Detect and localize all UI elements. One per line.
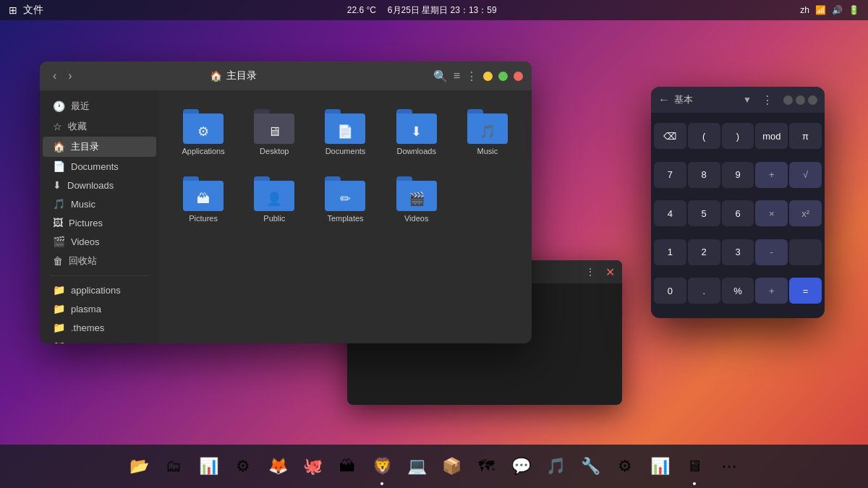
calc-btn-0[interactable]: 0: [654, 278, 686, 304]
sidebar-label-github: GitHub: [71, 341, 100, 344]
sidebar-divider: [50, 275, 149, 276]
sidebar-item-applications[interactable]: 📁 applications: [43, 281, 156, 299]
calc-btn-pi[interactable]: π: [789, 123, 822, 149]
window-body: 🕐 最近 ☆ 收藏 🏠 主目录 📄 Documents ⬇ Downl: [40, 90, 532, 343]
sidebar-item-themes[interactable]: 📁 .themes: [43, 318, 156, 337]
calc-btn-backspace[interactable]: ⌫: [654, 123, 686, 149]
calc-btn-5[interactable]: 5: [688, 200, 720, 226]
view-icon[interactable]: ≡: [454, 69, 460, 82]
maximize-button[interactable]: [498, 72, 508, 81]
taskbar-item-files[interactable]: 📂: [123, 450, 155, 482]
minimize-button[interactable]: [483, 72, 493, 81]
file-item-music[interactable]: 🎵 Music: [455, 102, 520, 163]
taskbar-item-tools[interactable]: 🔧: [574, 450, 606, 482]
sidebar-item-recent[interactable]: 🕐 最近: [43, 96, 156, 116]
sidebar-label-documents: Documents: [71, 161, 119, 172]
taskbar-item-github[interactable]: 🐙: [297, 450, 328, 482]
volume-icon[interactable]: 🔊: [832, 5, 843, 15]
sidebar-item-trash[interactable]: 🗑 回收站: [43, 251, 156, 271]
menu-icon[interactable]: ⋮: [466, 69, 477, 83]
calc-back-icon[interactable]: ←: [658, 93, 670, 106]
sidebar-item-plasma[interactable]: 📁 plasma: [43, 299, 156, 318]
calc-btn-8[interactable]: 8: [688, 162, 720, 188]
file-item-desktop[interactable]: 🖥 Desktop: [242, 102, 307, 163]
calc-minimize-btn[interactable]: [783, 95, 793, 105]
search-icon[interactable]: 🔍: [433, 69, 448, 83]
taskbar-item-music[interactable]: 🎵: [540, 450, 571, 482]
taskbar-item-settings2[interactable]: ⚙: [609, 450, 641, 482]
sidebar-item-home[interactable]: 🏠 主目录: [43, 137, 156, 157]
sidebar-label-downloads: Downloads: [67, 180, 114, 191]
calc-btn-7[interactable]: 7: [654, 162, 686, 188]
file-item-videos[interactable]: 🎬 Videos: [384, 169, 449, 231]
calc-btn-6[interactable]: 6: [722, 200, 754, 226]
file-grid: ⚙ Applications 🖥 Desktop 📄: [159, 90, 532, 343]
battery-icon[interactable]: 🔋: [848, 5, 859, 15]
calc-maximize-btn[interactable]: [796, 95, 805, 105]
calc-btn-mod[interactable]: mod: [755, 123, 788, 149]
close-button[interactable]: [514, 72, 523, 81]
terminal-menu-icon[interactable]: ⋮: [585, 266, 595, 278]
taskbar-item-maps[interactable]: 🗺: [470, 450, 502, 482]
calc-dropdown-icon[interactable]: ▼: [743, 95, 752, 105]
calc-btn-plus-bottom[interactable]: +: [755, 278, 788, 304]
calc-btn-9[interactable]: 9: [722, 162, 754, 188]
calc-btn-minus[interactable]: -: [755, 239, 788, 265]
calc-btn-multiply[interactable]: ×: [755, 200, 788, 226]
sidebar-item-pictures[interactable]: 🖼 Pictures: [43, 213, 156, 232]
taskbar-item-terminal[interactable]: 🖥: [678, 450, 710, 482]
file-item-applications[interactable]: ⚙ Applications: [171, 102, 236, 163]
file-item-public[interactable]: 👤 Public: [242, 169, 307, 231]
calc-btn-4[interactable]: 4: [654, 200, 686, 226]
taskbar-item-krita[interactable]: 📦: [435, 450, 467, 482]
calc-btn-square[interactable]: x²: [789, 200, 822, 226]
calc-btn-dot[interactable]: .: [688, 278, 720, 304]
taskbar-item-spreadsheet[interactable]: 📊: [644, 450, 676, 482]
calc-btn-3[interactable]: 3: [722, 239, 754, 265]
calc-menu-icon[interactable]: ⋮: [762, 93, 773, 107]
calc-btn-percent[interactable]: %: [722, 278, 754, 304]
temperature: 22.6 °C: [347, 5, 376, 15]
terminal-close-icon[interactable]: ✕: [605, 265, 615, 279]
calc-btn-plus-top[interactable]: +: [755, 162, 788, 188]
calc-btn-1[interactable]: 1: [654, 239, 686, 265]
lang-indicator[interactable]: zh: [800, 5, 809, 15]
taskbar-item-settings[interactable]: ⚙: [227, 450, 259, 482]
file-item-documents[interactable]: 📄 Documents: [312, 102, 378, 163]
taskbar-item-monitor[interactable]: 📊: [192, 450, 224, 482]
sidebar-item-github[interactable]: 📁 GitHub: [43, 337, 156, 343]
calc-btn-close-paren[interactable]: ): [722, 123, 754, 149]
sidebar-item-music[interactable]: 🎵 Music: [43, 194, 156, 213]
file-label-videos2: Videos: [404, 214, 428, 223]
sidebar-section-main: 🕐 最近 ☆ 收藏 🏠 主目录 📄 Documents ⬇ Downl: [40, 96, 159, 271]
calc-btn-open-paren[interactable]: (: [688, 123, 720, 149]
file-item-templates[interactable]: ✏ Templates: [312, 169, 378, 231]
sidebar-item-videos[interactable]: 🎬 Videos: [43, 232, 156, 251]
taskbar-item-discover[interactable]: 🦊: [262, 450, 294, 482]
sidebar-label-recent: 最近: [71, 100, 90, 113]
taskbar-item-archive[interactable]: 🗂: [158, 450, 190, 482]
sidebar-item-documents[interactable]: 📄 Documents: [43, 157, 156, 176]
sidebar-item-favorites[interactable]: ☆ 收藏: [43, 116, 156, 137]
taskbar-item-slack[interactable]: 💬: [505, 450, 537, 482]
calc-btn-sqrt[interactable]: √: [789, 162, 822, 188]
taskbar-item-firefox[interactable]: 🦁: [366, 450, 398, 482]
sidebar-item-downloads[interactable]: ⬇ Downloads: [43, 176, 156, 194]
topbar-center: 22.6 °C 6月25日 星期日 23：13：59: [347, 4, 497, 17]
calc-close-btn[interactable]: [808, 95, 817, 105]
sidebar-label-plasma: plasma: [71, 304, 101, 314]
calc-btn-2[interactable]: 2: [688, 239, 720, 265]
calc-btn-equals[interactable]: =: [789, 278, 822, 304]
sidebar-label-trash: 回收站: [69, 254, 97, 267]
taskbar-item-more[interactable]: ⋯: [713, 450, 745, 482]
downloads-overlay: ⬇: [411, 124, 422, 140]
taskbar-item-vscode[interactable]: 💻: [401, 450, 433, 482]
star-icon: ☆: [53, 121, 62, 132]
network-icon[interactable]: 📶: [815, 5, 826, 15]
file-item-pictures[interactable]: 🏔 Pictures: [171, 169, 236, 231]
apps-icon[interactable]: ⊞: [9, 4, 17, 16]
file-item-downloads[interactable]: ⬇ Downloads: [384, 102, 449, 163]
taskbar-item-inkscape[interactable]: 🏔: [331, 450, 363, 482]
file-label-downloads2: Downloads: [396, 147, 435, 156]
file-label[interactable]: 文件: [23, 4, 43, 17]
